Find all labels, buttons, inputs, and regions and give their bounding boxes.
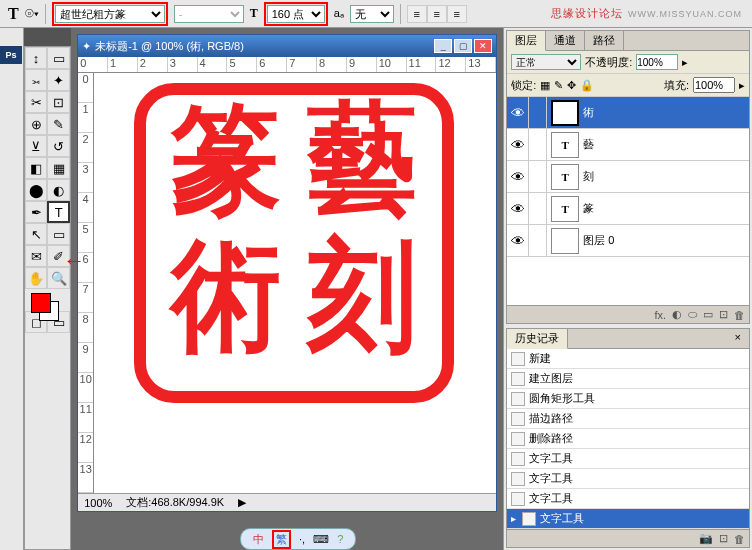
history-item[interactable]: 文字工具 [507, 509, 749, 529]
new-doc-icon[interactable]: ⊡ [719, 532, 728, 545]
gradient-tool[interactable]: ▦ [47, 157, 70, 179]
opacity-arrow-icon[interactable]: ▸ [682, 56, 688, 69]
font-family-select[interactable]: 超世纪粗方篆 [55, 5, 165, 23]
ime-fan[interactable]: 繁 [276, 533, 287, 545]
fx-icon[interactable]: fx. [654, 309, 666, 321]
preset-icon[interactable]: ⦾▾ [25, 7, 39, 20]
history-item[interactable]: 建立图层 [507, 369, 749, 389]
dodge-tool[interactable]: ◐ [47, 179, 70, 201]
ime-keyboard-icon[interactable]: ⌨ [313, 533, 329, 546]
layer-row[interactable]: 👁T篆 [507, 193, 749, 225]
history-item[interactable]: 文字工具 [507, 469, 749, 489]
lock-move-icon[interactable]: ✥ [567, 79, 576, 92]
tab-history[interactable]: 历史记录 [507, 329, 568, 349]
pen-tool[interactable]: ✒ [25, 201, 48, 223]
link-cell[interactable] [529, 225, 547, 256]
visibility-icon[interactable]: 👁 [507, 193, 529, 224]
ime-bar[interactable]: 中 繁 ·, ⌨ ? [240, 528, 356, 550]
layer-name[interactable]: 图层 0 [583, 233, 614, 248]
visibility-icon[interactable]: 👁 [507, 225, 529, 256]
link-cell[interactable] [529, 97, 547, 128]
history-name: 描边路径 [529, 411, 573, 426]
ime-help-icon[interactable]: ? [337, 533, 343, 545]
visibility-icon[interactable]: 👁 [507, 97, 529, 128]
layer-name[interactable]: 術 [583, 105, 594, 120]
font-size-select[interactable]: 160 点 [267, 5, 325, 23]
opacity-input[interactable] [636, 54, 678, 70]
minimize-button[interactable]: _ [434, 39, 452, 53]
fill-arrow-icon[interactable]: ▸ [739, 79, 745, 92]
new-snapshot-icon[interactable]: 📷 [699, 532, 713, 545]
blend-mode-select[interactable]: 正常 [511, 54, 581, 70]
link-cell[interactable] [529, 129, 547, 160]
font-style-select[interactable]: - [174, 5, 244, 23]
path-select-tool[interactable]: ↖ [25, 223, 48, 245]
history-item[interactable]: 圆角矩形工具 [507, 389, 749, 409]
ime-punct-icon[interactable]: ·, [299, 533, 305, 545]
history-brush-tool[interactable]: ↺ [47, 135, 70, 157]
close-button[interactable]: ✕ [474, 39, 492, 53]
antialias-select[interactable]: 无 [350, 5, 394, 23]
tab-layers[interactable]: 图层 [507, 31, 546, 51]
trash-icon[interactable]: 🗑 [734, 533, 745, 545]
align-center-button[interactable]: ≡ [427, 5, 447, 23]
color-swatch[interactable] [25, 289, 70, 325]
align-left-button[interactable]: ≡ [407, 5, 427, 23]
ime-zh[interactable]: 中 [253, 532, 264, 547]
brush-tool[interactable]: ✎ [47, 113, 70, 135]
history-item[interactable]: 删除路径 [507, 429, 749, 449]
layer-name[interactable]: 刻 [583, 169, 594, 184]
wand-tool[interactable]: ✦ [47, 69, 70, 91]
new-layer-icon[interactable]: ⊡ [719, 308, 728, 321]
tab-channels[interactable]: 通道 [546, 31, 585, 50]
status-arrow-icon[interactable]: ▶ [238, 496, 246, 509]
move-tool[interactable]: ↕ [25, 47, 48, 69]
layer-row[interactable]: 👁T刻 [507, 161, 749, 193]
align-right-button[interactable]: ≡ [447, 5, 467, 23]
zoom-value[interactable]: 100% [84, 497, 112, 509]
lock-paint-icon[interactable]: ✎ [554, 79, 563, 92]
type-tool[interactable]: T [47, 201, 70, 223]
history-item[interactable]: 文字工具 [507, 489, 749, 509]
canvas[interactable]: 篆 藝 術 刻 [94, 73, 496, 493]
trash-icon[interactable]: 🗑 [734, 309, 745, 321]
eraser-tool[interactable]: ◧ [25, 157, 48, 179]
lock-trans-icon[interactable]: ▦ [540, 79, 550, 92]
marquee-tool[interactable]: ▭ [47, 47, 70, 69]
layer-row[interactable]: 👁T術 [507, 97, 749, 129]
adjust-icon[interactable]: ⬭ [688, 308, 697, 321]
photoshop-logo-icon: Ps [0, 46, 22, 64]
hand-tool[interactable]: ✋ [25, 267, 48, 289]
blur-tool[interactable]: ⬤ [25, 179, 48, 201]
fill-input[interactable] [693, 77, 735, 93]
link-cell[interactable] [529, 161, 547, 192]
tab-close-icon[interactable]: × [727, 329, 749, 348]
history-item[interactable]: 文字工具 [507, 449, 749, 469]
fg-color[interactable] [31, 293, 51, 313]
visibility-icon[interactable]: 👁 [507, 161, 529, 192]
stamp-tool[interactable]: ⊻ [25, 135, 48, 157]
layer-thumb: T [551, 164, 579, 190]
crop-tool[interactable]: ✂ [25, 91, 48, 113]
maximize-button[interactable]: ▢ [454, 39, 472, 53]
history-thumb-icon [511, 412, 525, 426]
lasso-tool[interactable]: ⟕ [25, 69, 48, 91]
heal-tool[interactable]: ⊕ [25, 113, 48, 135]
history-item[interactable]: 新建 [507, 349, 749, 369]
visibility-icon[interactable]: 👁 [507, 129, 529, 160]
history-item[interactable]: 描边路径 [507, 409, 749, 429]
layer-row[interactable]: 👁T藝 [507, 129, 749, 161]
shape-tool[interactable]: ▭ [47, 223, 70, 245]
layer-name[interactable]: 篆 [583, 201, 594, 216]
slice-tool[interactable]: ⊡ [47, 91, 70, 113]
titlebar[interactable]: ✦ 未标题-1 @ 100% (術, RGB/8) _ ▢ ✕ [78, 35, 496, 57]
ime-fan-highlight: 繁 [272, 530, 291, 549]
layer-row[interactable]: 👁图层 0 [507, 225, 749, 257]
notes-tool[interactable]: ✉ [25, 245, 48, 267]
layer-name[interactable]: 藝 [583, 137, 594, 152]
link-cell[interactable] [529, 193, 547, 224]
folder-icon[interactable]: ▭ [703, 308, 713, 321]
mask-icon[interactable]: ◐ [672, 308, 682, 321]
lock-all-icon[interactable]: 🔒 [580, 79, 594, 92]
tab-paths[interactable]: 路径 [585, 31, 624, 50]
